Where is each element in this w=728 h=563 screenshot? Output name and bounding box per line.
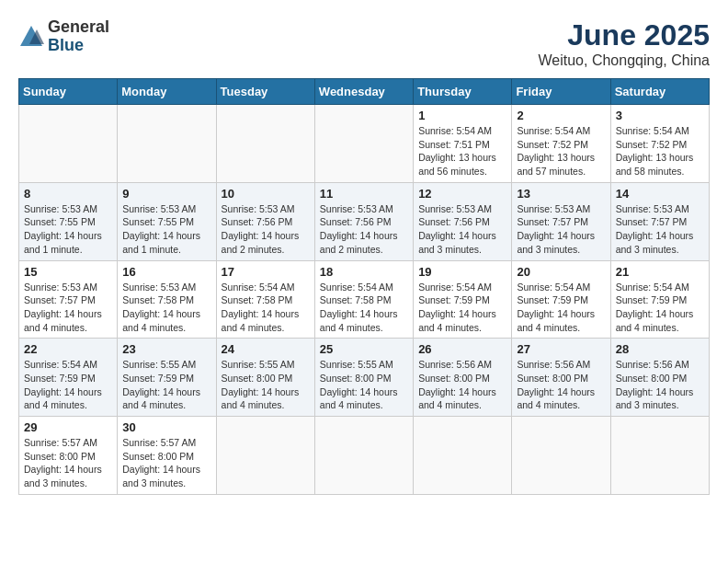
day-number: 27: [517, 342, 605, 356]
calendar-cell: 21Sunrise: 5:54 AMSunset: 7:59 PMDayligh…: [610, 260, 709, 339]
calendar-cell: [314, 105, 413, 183]
day-number: 9: [122, 187, 210, 201]
calendar-header: Sunday Monday Tuesday Wednesday Thursday…: [19, 79, 710, 105]
day-info: Sunrise: 5:53 AMSunset: 7:57 PMDaylight:…: [24, 281, 112, 335]
calendar-cell: 12Sunrise: 5:53 AMSunset: 7:56 PMDayligh…: [414, 182, 512, 260]
calendar-cell: 15Sunrise: 5:53 AMSunset: 7:57 PMDayligh…: [19, 260, 118, 339]
logo-text: General Blue: [48, 18, 109, 55]
col-saturday: Saturday: [610, 79, 709, 105]
calendar-week-3: 22Sunrise: 5:54 AMSunset: 7:59 PMDayligh…: [19, 339, 710, 417]
calendar-cell: 8Sunrise: 5:53 AMSunset: 7:55 PMDaylight…: [19, 182, 118, 260]
calendar-cell: 11Sunrise: 5:53 AMSunset: 7:56 PMDayligh…: [314, 182, 413, 260]
calendar-cell: 30Sunrise: 5:57 AMSunset: 8:00 PMDayligh…: [118, 417, 216, 495]
day-info: Sunrise: 5:54 AMSunset: 7:59 PMDaylight:…: [24, 358, 112, 412]
day-info: Sunrise: 5:54 AMSunset: 7:59 PMDaylight:…: [418, 281, 506, 335]
col-friday: Friday: [512, 79, 610, 105]
day-number: 24: [222, 342, 310, 356]
page-header: General Blue June 2025 Weituo, Chongqing…: [18, 18, 710, 69]
day-info: Sunrise: 5:56 AMSunset: 8:00 PMDaylight:…: [418, 358, 506, 412]
day-number: 28: [616, 342, 704, 356]
calendar-cell: [414, 417, 512, 495]
day-number: 1: [418, 109, 506, 122]
col-tuesday: Tuesday: [216, 79, 314, 105]
day-info: Sunrise: 5:56 AMSunset: 8:00 PMDaylight:…: [517, 358, 605, 412]
calendar-body: 1Sunrise: 5:54 AMSunset: 7:51 PMDaylight…: [19, 105, 710, 495]
day-info: Sunrise: 5:53 AMSunset: 7:56 PMDaylight:…: [222, 202, 310, 257]
day-info: Sunrise: 5:56 AMSunset: 8:00 PMDaylight:…: [616, 358, 704, 412]
calendar-cell: 3Sunrise: 5:54 AMSunset: 7:52 PMDaylight…: [610, 105, 709, 183]
calendar-cell: 19Sunrise: 5:54 AMSunset: 7:59 PMDayligh…: [414, 260, 512, 339]
day-info: Sunrise: 5:57 AMSunset: 8:00 PMDaylight:…: [24, 436, 112, 490]
calendar-cell: 13Sunrise: 5:53 AMSunset: 7:57 PMDayligh…: [512, 182, 610, 260]
calendar-cell: [314, 417, 413, 495]
day-number: 19: [418, 265, 506, 279]
calendar-table: Sunday Monday Tuesday Wednesday Thursday…: [18, 78, 710, 495]
calendar-cell: 18Sunrise: 5:54 AMSunset: 7:58 PMDayligh…: [314, 260, 413, 339]
calendar-week-4: 29Sunrise: 5:57 AMSunset: 8:00 PMDayligh…: [19, 417, 710, 495]
day-number: 30: [122, 420, 210, 434]
day-number: 21: [616, 265, 704, 279]
day-info: Sunrise: 5:53 AMSunset: 7:55 PMDaylight:…: [24, 202, 112, 257]
day-number: 13: [517, 187, 605, 201]
day-info: Sunrise: 5:53 AMSunset: 7:56 PMDaylight:…: [320, 202, 408, 257]
day-info: Sunrise: 5:54 AMSunset: 7:52 PMDaylight:…: [517, 124, 605, 178]
calendar-cell: 20Sunrise: 5:54 AMSunset: 7:59 PMDayligh…: [512, 260, 610, 339]
day-info: Sunrise: 5:53 AMSunset: 7:57 PMDaylight:…: [616, 202, 704, 257]
day-info: Sunrise: 5:55 AMSunset: 7:59 PMDaylight:…: [122, 358, 210, 412]
day-number: 29: [24, 420, 112, 434]
calendar-cell: [216, 105, 314, 183]
day-number: 20: [517, 265, 605, 279]
day-number: 12: [418, 187, 506, 201]
day-info: Sunrise: 5:57 AMSunset: 8:00 PMDaylight:…: [122, 436, 210, 490]
day-number: 14: [616, 187, 704, 201]
day-number: 22: [24, 342, 112, 356]
day-number: 16: [122, 265, 210, 279]
calendar-cell: [118, 105, 216, 183]
calendar-cell: 17Sunrise: 5:54 AMSunset: 7:58 PMDayligh…: [216, 260, 314, 339]
col-thursday: Thursday: [414, 79, 512, 105]
day-info: Sunrise: 5:53 AMSunset: 7:56 PMDaylight:…: [418, 202, 506, 257]
page-subtitle: Weituo, Chongqing, China: [539, 52, 711, 69]
day-info: Sunrise: 5:54 AMSunset: 7:58 PMDaylight:…: [222, 281, 310, 335]
calendar-cell: 27Sunrise: 5:56 AMSunset: 8:00 PMDayligh…: [512, 339, 610, 417]
day-info: Sunrise: 5:54 AMSunset: 7:59 PMDaylight:…: [616, 281, 704, 335]
col-sunday: Sunday: [19, 79, 118, 105]
day-info: Sunrise: 5:53 AMSunset: 7:55 PMDaylight:…: [122, 202, 210, 257]
day-info: Sunrise: 5:54 AMSunset: 7:58 PMDaylight:…: [320, 281, 408, 335]
day-info: Sunrise: 5:53 AMSunset: 7:57 PMDaylight:…: [517, 202, 605, 257]
calendar-cell: [610, 417, 709, 495]
day-number: 8: [24, 187, 112, 201]
day-info: Sunrise: 5:55 AMSunset: 8:00 PMDaylight:…: [320, 358, 408, 412]
title-area: June 2025 Weituo, Chongqing, China: [539, 18, 711, 69]
col-wednesday: Wednesday: [314, 79, 413, 105]
calendar-cell: 10Sunrise: 5:53 AMSunset: 7:56 PMDayligh…: [216, 182, 314, 260]
calendar-cell: 2Sunrise: 5:54 AMSunset: 7:52 PMDaylight…: [512, 105, 610, 183]
day-number: 15: [24, 265, 112, 279]
calendar-cell: 24Sunrise: 5:55 AMSunset: 8:00 PMDayligh…: [216, 339, 314, 417]
page-title: June 2025: [539, 18, 711, 52]
calendar-cell: [216, 417, 314, 495]
day-number: 2: [517, 109, 605, 122]
calendar-cell: 22Sunrise: 5:54 AMSunset: 7:59 PMDayligh…: [19, 339, 118, 417]
calendar-week-0: 1Sunrise: 5:54 AMSunset: 7:51 PMDaylight…: [19, 105, 710, 183]
day-number: 26: [418, 342, 506, 356]
logo-icon: [18, 24, 44, 50]
day-info: Sunrise: 5:54 AMSunset: 7:59 PMDaylight:…: [517, 281, 605, 335]
logo-general: General: [48, 18, 109, 37]
calendar-cell: [19, 105, 118, 183]
day-info: Sunrise: 5:53 AMSunset: 7:58 PMDaylight:…: [122, 281, 210, 335]
day-number: 17: [222, 265, 310, 279]
header-row: Sunday Monday Tuesday Wednesday Thursday…: [19, 79, 710, 105]
col-monday: Monday: [118, 79, 216, 105]
day-number: 11: [320, 187, 408, 201]
calendar-cell: 23Sunrise: 5:55 AMSunset: 7:59 PMDayligh…: [118, 339, 216, 417]
calendar-week-1: 8Sunrise: 5:53 AMSunset: 7:55 PMDaylight…: [19, 182, 710, 260]
day-number: 18: [320, 265, 408, 279]
logo-blue: Blue: [48, 37, 109, 55]
day-number: 10: [222, 187, 310, 201]
day-info: Sunrise: 5:55 AMSunset: 8:00 PMDaylight:…: [222, 358, 310, 412]
calendar-cell: 26Sunrise: 5:56 AMSunset: 8:00 PMDayligh…: [414, 339, 512, 417]
calendar-cell: 29Sunrise: 5:57 AMSunset: 8:00 PMDayligh…: [19, 417, 118, 495]
calendar-cell: 25Sunrise: 5:55 AMSunset: 8:00 PMDayligh…: [314, 339, 413, 417]
day-number: 23: [122, 342, 210, 356]
